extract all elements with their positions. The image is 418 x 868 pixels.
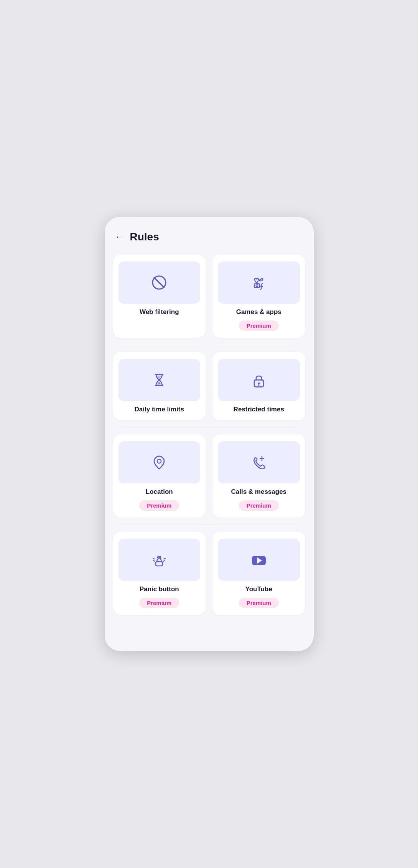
svg-line-1 [154, 278, 164, 288]
svg-line-13 [153, 558, 155, 559]
panic-button-icon-box [118, 539, 201, 581]
back-button[interactable]: ← [115, 232, 124, 242]
svg-point-3 [256, 285, 258, 287]
location-icon-box [118, 441, 201, 483]
games-apps-icon-box [218, 261, 300, 304]
rules-grid: Web filtering [105, 251, 314, 626]
card-youtube[interactable]: YouTube Premium [212, 532, 305, 615]
daily-time-limits-icon-box [118, 359, 201, 401]
hourglass-icon [149, 370, 169, 390]
panic-icon [149, 550, 169, 570]
web-filtering-icon-box [118, 261, 201, 304]
svg-point-7 [157, 459, 161, 463]
grid-row-3: Location Premium Calls & messages P [113, 434, 305, 518]
location-premium-badge: Premium [139, 500, 179, 511]
card-panic-button[interactable]: Panic button Premium [113, 532, 206, 615]
youtube-label: YouTube [245, 585, 272, 593]
svg-line-14 [163, 561, 165, 561]
games-icon [249, 273, 269, 293]
card-daily-time-limits[interactable]: Daily time limits [113, 352, 206, 420]
restricted-times-label: Restricted times [234, 406, 284, 413]
restricted-times-icon-box [218, 359, 300, 401]
rules-page: ← Rules Web filtering [105, 217, 314, 641]
panic-button-premium-badge: Premium [139, 598, 179, 608]
grid-row-2: Daily time limits Restricted times [113, 352, 305, 420]
card-games-apps[interactable]: Games & apps Premium [212, 255, 305, 338]
page-header: ← Rules [105, 217, 314, 251]
separator-1 [122, 345, 297, 345]
separator-3 [122, 524, 297, 525]
svg-line-12 [153, 561, 155, 561]
page-title: Rules [130, 231, 159, 243]
location-icon [149, 452, 169, 472]
grid-row-4: Panic button Premium YouTube Premium [113, 532, 305, 615]
card-calls-messages[interactable]: Calls & messages Premium [212, 434, 305, 518]
youtube-icon-box [218, 539, 300, 581]
panic-button-label: Panic button [140, 585, 179, 593]
calls-messages-premium-badge: Premium [239, 500, 279, 511]
phone-shell: ← Rules Web filtering [105, 217, 314, 651]
calls-icon [249, 452, 269, 472]
calls-messages-icon-box [218, 441, 300, 483]
games-apps-premium-badge: Premium [239, 321, 279, 331]
separator-2 [122, 427, 297, 427]
lock-icon [249, 370, 269, 390]
youtube-premium-badge: Premium [239, 598, 279, 608]
location-label: Location [146, 488, 173, 496]
block-icon [149, 273, 169, 293]
card-location[interactable]: Location Premium [113, 434, 206, 518]
calls-messages-label: Calls & messages [231, 488, 286, 496]
youtube-icon [249, 550, 269, 570]
card-restricted-times[interactable]: Restricted times [212, 352, 305, 420]
grid-row-1: Web filtering [113, 255, 305, 338]
games-apps-label: Games & apps [236, 308, 281, 316]
web-filtering-label: Web filtering [140, 308, 179, 316]
daily-time-limits-label: Daily time limits [135, 406, 184, 413]
card-web-filtering[interactable]: Web filtering [113, 255, 206, 338]
svg-rect-10 [156, 562, 163, 566]
svg-line-15 [164, 558, 165, 559]
